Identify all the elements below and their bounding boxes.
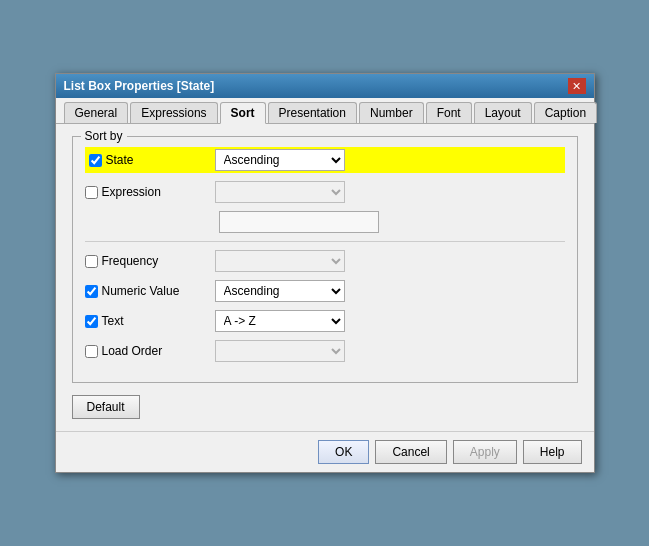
- state-select[interactable]: Ascending Descending: [215, 149, 345, 171]
- sort-row-state: State Ascending Descending: [85, 147, 565, 173]
- numeric-label[interactable]: Numeric Value: [85, 284, 215, 298]
- tab-general[interactable]: General: [64, 102, 129, 123]
- tab-content: Sort by State Ascending Descending Expre…: [56, 124, 594, 431]
- sort-row-expression: Expression: [85, 181, 565, 203]
- frequency-checkbox[interactable]: [85, 255, 98, 268]
- expression-label[interactable]: Expression: [85, 185, 215, 199]
- sort-row-text: Text A -> Z Z -> A: [85, 310, 565, 332]
- footer: OK Cancel Apply Help: [56, 431, 594, 472]
- window-title: List Box Properties [State]: [64, 79, 215, 93]
- loadorder-select[interactable]: [215, 340, 345, 362]
- text-checkbox[interactable]: [85, 315, 98, 328]
- tab-font[interactable]: Font: [426, 102, 472, 123]
- expression-select[interactable]: [215, 181, 345, 203]
- tab-layout[interactable]: Layout: [474, 102, 532, 123]
- text-label[interactable]: Text: [85, 314, 215, 328]
- frequency-select[interactable]: [215, 250, 345, 272]
- sort-row-numeric: Numeric Value Ascending Descending: [85, 280, 565, 302]
- cancel-button[interactable]: Cancel: [375, 440, 446, 464]
- loadorder-text: Load Order: [102, 344, 163, 358]
- tab-presentation[interactable]: Presentation: [268, 102, 357, 123]
- title-bar: List Box Properties [State] ✕: [56, 74, 594, 98]
- state-label[interactable]: State: [89, 153, 215, 167]
- sort-group: Sort by State Ascending Descending Expre…: [72, 136, 578, 383]
- sort-group-label: Sort by: [81, 129, 127, 143]
- tab-bar: General Expressions Sort Presentation Nu…: [56, 98, 594, 124]
- frequency-text: Frequency: [102, 254, 159, 268]
- loadorder-label[interactable]: Load Order: [85, 344, 215, 358]
- numeric-checkbox[interactable]: [85, 285, 98, 298]
- sort-row-loadorder: Load Order: [85, 340, 565, 362]
- close-button[interactable]: ✕: [568, 78, 586, 94]
- frequency-label[interactable]: Frequency: [85, 254, 215, 268]
- apply-button[interactable]: Apply: [453, 440, 517, 464]
- numeric-select[interactable]: Ascending Descending: [215, 280, 345, 302]
- state-checkbox[interactable]: [89, 154, 102, 167]
- text-select[interactable]: A -> Z Z -> A: [215, 310, 345, 332]
- tab-caption[interactable]: Caption: [534, 102, 597, 123]
- tab-expressions[interactable]: Expressions: [130, 102, 217, 123]
- tab-number[interactable]: Number: [359, 102, 424, 123]
- text-span: Text: [102, 314, 124, 328]
- state-text: State: [106, 153, 134, 167]
- help-button[interactable]: Help: [523, 440, 582, 464]
- numeric-text: Numeric Value: [102, 284, 180, 298]
- sort-row-frequency: Frequency: [85, 250, 565, 272]
- default-button[interactable]: Default: [72, 395, 140, 419]
- expression-checkbox[interactable]: [85, 186, 98, 199]
- main-window: List Box Properties [State] ✕ General Ex…: [55, 73, 595, 473]
- loadorder-checkbox[interactable]: [85, 345, 98, 358]
- tab-sort[interactable]: Sort: [220, 102, 266, 124]
- expression-text: Expression: [102, 185, 161, 199]
- expression-input[interactable]: [219, 211, 379, 233]
- ok-button[interactable]: OK: [318, 440, 369, 464]
